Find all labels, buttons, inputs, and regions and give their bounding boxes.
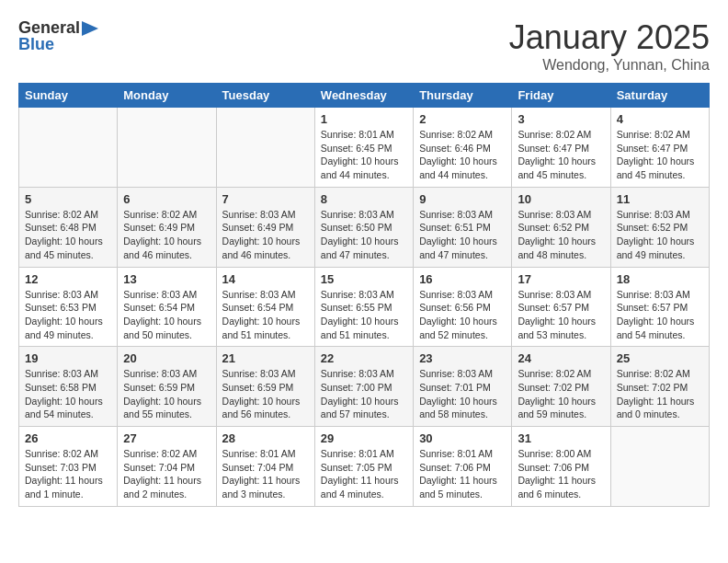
- day-info: Sunrise: 8:03 AM Sunset: 6:49 PM Dayligh…: [222, 208, 309, 262]
- calendar-day-cell: 18Sunrise: 8:03 AM Sunset: 6:57 PM Dayli…: [610, 267, 709, 347]
- calendar-day-cell: 6Sunrise: 8:02 AM Sunset: 6:49 PM Daylig…: [118, 187, 216, 267]
- calendar-day-cell: 2Sunrise: 8:02 AM Sunset: 6:46 PM Daylig…: [414, 108, 512, 188]
- calendar-day-cell: 20Sunrise: 8:03 AM Sunset: 6:59 PM Dayli…: [118, 347, 216, 427]
- day-number: 20: [123, 351, 210, 365]
- day-number: 26: [25, 431, 111, 445]
- calendar-week-row: 1Sunrise: 8:01 AM Sunset: 6:45 PM Daylig…: [19, 108, 710, 188]
- day-number: 11: [617, 192, 703, 206]
- day-number: 10: [518, 192, 604, 206]
- calendar-day-cell: 16Sunrise: 8:03 AM Sunset: 6:56 PM Dayli…: [414, 267, 512, 347]
- day-number: 13: [123, 272, 210, 286]
- calendar-day-cell: 9Sunrise: 8:03 AM Sunset: 6:51 PM Daylig…: [414, 187, 512, 267]
- day-info: Sunrise: 8:03 AM Sunset: 6:50 PM Dayligh…: [321, 208, 407, 262]
- calendar-week-row: 12Sunrise: 8:03 AM Sunset: 6:53 PM Dayli…: [19, 267, 710, 347]
- day-info: Sunrise: 8:03 AM Sunset: 6:52 PM Dayligh…: [518, 208, 604, 262]
- calendar-day-cell: 31Sunrise: 8:00 AM Sunset: 7:06 PM Dayli…: [512, 427, 610, 507]
- weekday-header-sunday: Sunday: [19, 84, 118, 108]
- calendar-day-cell: 28Sunrise: 8:01 AM Sunset: 7:04 PM Dayli…: [216, 427, 314, 507]
- day-info: Sunrise: 8:03 AM Sunset: 7:00 PM Dayligh…: [321, 367, 407, 421]
- day-number: 1: [321, 112, 407, 126]
- day-number: 24: [518, 351, 604, 365]
- calendar-day-cell: 15Sunrise: 8:03 AM Sunset: 6:55 PM Dayli…: [314, 267, 413, 347]
- day-number: 14: [222, 272, 309, 286]
- calendar-day-cell: 13Sunrise: 8:03 AM Sunset: 6:54 PM Dayli…: [118, 267, 216, 347]
- day-info: Sunrise: 8:03 AM Sunset: 6:54 PM Dayligh…: [222, 288, 309, 342]
- calendar-day-cell: [19, 108, 118, 188]
- day-info: Sunrise: 8:03 AM Sunset: 6:58 PM Dayligh…: [25, 367, 111, 421]
- day-info: Sunrise: 8:01 AM Sunset: 7:06 PM Dayligh…: [419, 447, 506, 501]
- day-number: 16: [419, 272, 506, 286]
- calendar-day-cell: 5Sunrise: 8:02 AM Sunset: 6:48 PM Daylig…: [19, 187, 118, 267]
- day-info: Sunrise: 8:03 AM Sunset: 7:01 PM Dayligh…: [419, 367, 506, 421]
- day-number: 28: [222, 431, 309, 445]
- calendar-day-cell: 8Sunrise: 8:03 AM Sunset: 6:50 PM Daylig…: [314, 187, 413, 267]
- calendar-day-cell: [610, 427, 709, 507]
- day-number: 18: [617, 272, 703, 286]
- day-number: 22: [321, 351, 407, 365]
- day-info: Sunrise: 8:02 AM Sunset: 6:49 PM Dayligh…: [123, 208, 210, 262]
- day-info: Sunrise: 8:03 AM Sunset: 6:57 PM Dayligh…: [518, 288, 604, 342]
- calendar-day-cell: 14Sunrise: 8:03 AM Sunset: 6:54 PM Dayli…: [216, 267, 314, 347]
- day-info: Sunrise: 8:02 AM Sunset: 7:03 PM Dayligh…: [25, 447, 111, 501]
- day-info: Sunrise: 8:02 AM Sunset: 7:04 PM Dayligh…: [123, 447, 210, 501]
- weekday-header-thursday: Thursday: [414, 84, 512, 108]
- logo-blue: Blue: [18, 35, 98, 54]
- weekday-header-saturday: Saturday: [610, 84, 709, 108]
- calendar-day-cell: 22Sunrise: 8:03 AM Sunset: 7:00 PM Dayli…: [314, 347, 413, 427]
- weekday-header-row: SundayMondayTuesdayWednesdayThursdayFrid…: [19, 84, 710, 108]
- calendar-day-cell: 30Sunrise: 8:01 AM Sunset: 7:06 PM Dayli…: [414, 427, 512, 507]
- day-number: 9: [419, 192, 506, 206]
- day-info: Sunrise: 8:03 AM Sunset: 6:53 PM Dayligh…: [25, 288, 111, 342]
- calendar-day-cell: 10Sunrise: 8:03 AM Sunset: 6:52 PM Dayli…: [512, 187, 610, 267]
- day-info: Sunrise: 8:03 AM Sunset: 6:59 PM Dayligh…: [123, 367, 210, 421]
- day-number: 2: [419, 112, 506, 126]
- day-info: Sunrise: 8:03 AM Sunset: 6:57 PM Dayligh…: [617, 288, 703, 342]
- day-number: 27: [123, 431, 210, 445]
- title-block: January 2025 Wendong, Yunnan, China: [509, 18, 710, 74]
- day-info: Sunrise: 8:01 AM Sunset: 7:05 PM Dayligh…: [321, 447, 407, 501]
- day-info: Sunrise: 8:02 AM Sunset: 6:48 PM Dayligh…: [25, 208, 111, 262]
- day-info: Sunrise: 8:02 AM Sunset: 6:47 PM Dayligh…: [518, 128, 604, 182]
- day-info: Sunrise: 8:03 AM Sunset: 6:54 PM Dayligh…: [123, 288, 210, 342]
- day-info: Sunrise: 8:01 AM Sunset: 6:45 PM Dayligh…: [321, 128, 407, 182]
- calendar-day-cell: 17Sunrise: 8:03 AM Sunset: 6:57 PM Dayli…: [512, 267, 610, 347]
- month-title: January 2025: [509, 18, 710, 57]
- day-info: Sunrise: 8:03 AM Sunset: 6:59 PM Dayligh…: [222, 367, 309, 421]
- day-number: 6: [123, 192, 210, 206]
- logo: General Blue: [18, 18, 98, 54]
- calendar-day-cell: 29Sunrise: 8:01 AM Sunset: 7:05 PM Dayli…: [314, 427, 413, 507]
- calendar-day-cell: 26Sunrise: 8:02 AM Sunset: 7:03 PM Dayli…: [19, 427, 118, 507]
- day-info: Sunrise: 8:01 AM Sunset: 7:04 PM Dayligh…: [222, 447, 309, 501]
- day-number: 7: [222, 192, 309, 206]
- calendar-day-cell: [216, 108, 314, 188]
- day-number: 25: [617, 351, 703, 365]
- calendar-day-cell: 1Sunrise: 8:01 AM Sunset: 6:45 PM Daylig…: [314, 108, 413, 188]
- day-number: 23: [419, 351, 506, 365]
- calendar-day-cell: 25Sunrise: 8:02 AM Sunset: 7:02 PM Dayli…: [610, 347, 709, 427]
- day-info: Sunrise: 8:02 AM Sunset: 6:47 PM Dayligh…: [617, 128, 703, 182]
- day-number: 3: [518, 112, 604, 126]
- page-header: General Blue January 2025 Wendong, Yunna…: [18, 18, 710, 74]
- calendar-day-cell: 24Sunrise: 8:02 AM Sunset: 7:02 PM Dayli…: [512, 347, 610, 427]
- day-info: Sunrise: 8:02 AM Sunset: 6:46 PM Dayligh…: [419, 128, 506, 182]
- day-info: Sunrise: 8:03 AM Sunset: 6:51 PM Dayligh…: [419, 208, 506, 262]
- calendar-day-cell: 4Sunrise: 8:02 AM Sunset: 6:47 PM Daylig…: [610, 108, 709, 188]
- day-number: 4: [617, 112, 703, 126]
- calendar-day-cell: 11Sunrise: 8:03 AM Sunset: 6:52 PM Dayli…: [610, 187, 709, 267]
- day-number: 31: [518, 431, 604, 445]
- day-info: Sunrise: 8:03 AM Sunset: 6:56 PM Dayligh…: [419, 288, 506, 342]
- calendar-day-cell: 19Sunrise: 8:03 AM Sunset: 6:58 PM Dayli…: [19, 347, 118, 427]
- day-number: 15: [321, 272, 407, 286]
- day-info: Sunrise: 8:02 AM Sunset: 7:02 PM Dayligh…: [617, 367, 703, 421]
- calendar-table: SundayMondayTuesdayWednesdayThursdayFrid…: [18, 83, 710, 507]
- calendar-day-cell: 3Sunrise: 8:02 AM Sunset: 6:47 PM Daylig…: [512, 108, 610, 188]
- day-info: Sunrise: 8:03 AM Sunset: 6:55 PM Dayligh…: [321, 288, 407, 342]
- calendar-day-cell: 21Sunrise: 8:03 AM Sunset: 6:59 PM Dayli…: [216, 347, 314, 427]
- day-number: 30: [419, 431, 506, 445]
- day-number: 8: [321, 192, 407, 206]
- weekday-header-friday: Friday: [512, 84, 610, 108]
- calendar-week-row: 26Sunrise: 8:02 AM Sunset: 7:03 PM Dayli…: [19, 427, 710, 507]
- day-number: 17: [518, 272, 604, 286]
- day-number: 21: [222, 351, 309, 365]
- weekday-header-tuesday: Tuesday: [216, 84, 314, 108]
